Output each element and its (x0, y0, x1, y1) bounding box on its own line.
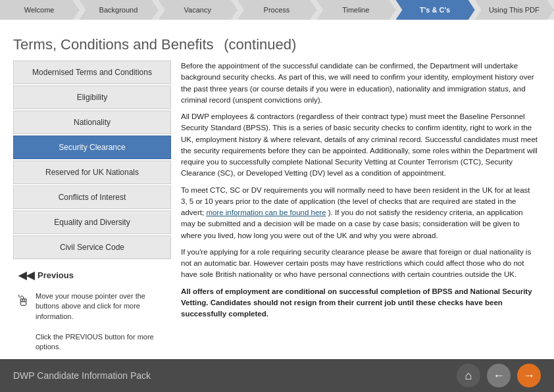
mouse-icon: 🖱 (16, 293, 30, 310)
sidebar-item-eligibility[interactable]: Eligibility (13, 86, 171, 109)
page-title-area: Terms, Conditions and Benefits (continue… (0, 20, 554, 61)
content-paragraph-5: All offers of employment are conditional… (181, 286, 538, 320)
footer-title: DWP Candidate Information Pack (13, 370, 151, 381)
help-area: 🖱 Move your mouse pointer over the butto… (13, 291, 171, 352)
page-title-subtitle: (continued) (224, 36, 296, 53)
nav-item-welcome[interactable]: Welcome (0, 0, 79, 20)
footer: DWP Candidate Information Pack ⌂ ← → (0, 359, 554, 392)
previous-icon: ◀◀ (18, 269, 34, 282)
right-content: Before the appointment of the successful… (181, 61, 541, 350)
page-title: Terms, Conditions and Benefits (continue… (13, 33, 541, 54)
sidebar-item-civil-service-code[interactable]: Civil Service Code (13, 235, 171, 259)
forward-button[interactable]: → (517, 364, 541, 387)
nav-item-using-this-pdf[interactable]: Using This PDF (475, 0, 554, 20)
content-wrapper: Modernised Terms and ConditionsEligibili… (0, 61, 554, 350)
back-button[interactable]: ← (487, 364, 511, 387)
footer-nav: ⌂ ← → (457, 364, 541, 387)
previous-button[interactable]: ◀◀Previous (13, 266, 171, 285)
help-text-1: Move your mouse pointer over the buttons… (36, 292, 145, 320)
nav-item-vacancy[interactable]: Vacancy (159, 0, 238, 20)
content-paragraph-4: If you're applying for a role requiring … (181, 247, 538, 281)
page-title-main: Terms, Conditions and Benefits (13, 36, 214, 53)
nav-item-t-s---c-s[interactable]: T's & C's (395, 0, 474, 20)
nav-item-process[interactable]: Process (238, 0, 316, 20)
sidebar-item-security-clearance[interactable]: Security Clearance (13, 135, 171, 159)
content-paragraph-1: Before the appointment of the successful… (181, 61, 538, 106)
content-paragraph-2: All DWP employees & contractors (regardl… (181, 111, 538, 180)
sidebar-item-equality-and-diversity[interactable]: Equality and Diversity (13, 210, 171, 234)
help-text: Move your mouse pointer over the buttons… (36, 291, 168, 352)
sidebar-item-reserved-for-uk-nationals[interactable]: Reserved for UK Nationals (13, 160, 171, 184)
sidebar-item-modernised-terms-and-conditions[interactable]: Modernised Terms and Conditions (13, 61, 171, 84)
more-info-link[interactable]: more information can be found here (206, 208, 326, 216)
content-paragraph-3: To meet CTC, SC or DV requirements you w… (181, 185, 538, 241)
sidebar-item-nationality[interactable]: Nationality (13, 110, 171, 134)
top-navigation: WelcomeBackgroundVacancyProcessTimelineT… (0, 0, 554, 20)
home-button[interactable]: ⌂ (457, 364, 480, 387)
nav-item-timeline[interactable]: Timeline (316, 0, 395, 20)
nav-item-background[interactable]: Background (79, 0, 158, 20)
help-text-2: Click the PREVIOUS button for more optio… (36, 333, 154, 351)
sidebar-item-conflicts-of-interest[interactable]: Conflicts of Interest (13, 185, 171, 209)
sidebar: Modernised Terms and ConditionsEligibili… (13, 61, 171, 350)
previous-label: Previous (38, 270, 74, 280)
